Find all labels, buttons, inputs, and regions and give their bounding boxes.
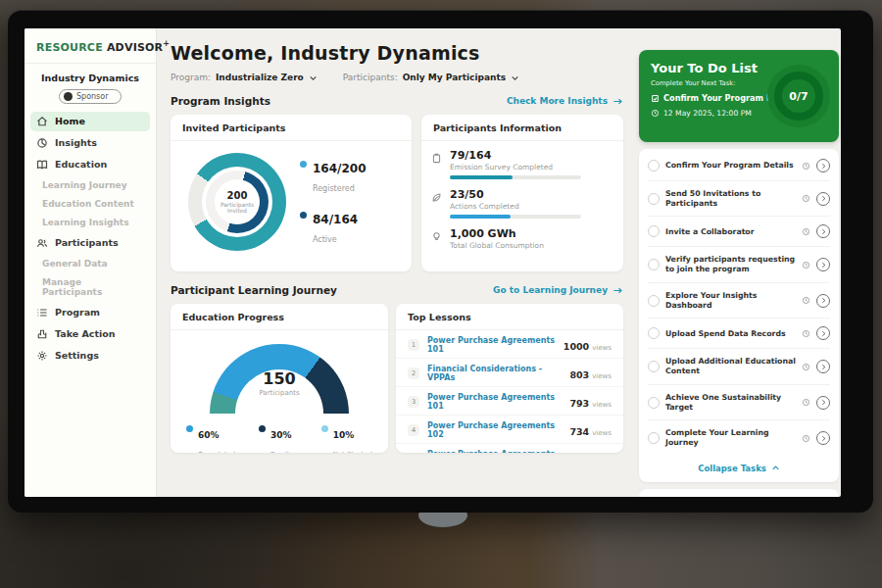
gear-icon <box>36 350 48 362</box>
todo-item[interactable]: Complete Your Learning Journey <box>648 420 830 455</box>
sidebar-item-label: Program <box>55 307 100 318</box>
todo-list-card: Confirm Your Program Details Send 50 Inv… <box>639 149 839 482</box>
home-icon <box>36 116 48 127</box>
clock-icon <box>802 398 810 407</box>
sidebar-item-learning-journey[interactable]: Learning Journey <box>30 176 150 194</box>
chevron-right-icon[interactable] <box>816 224 830 238</box>
lesson-row[interactable]: 1 Power Purchase Agreements 101 1000view… <box>396 330 623 359</box>
progress-bar-fill <box>450 215 511 219</box>
sidebar-item-education[interactable]: Education <box>30 155 150 174</box>
lesson-row[interactable]: 3 Power Purchase Agreements 101 793views <box>396 387 623 416</box>
lesson-row[interactable]: 5 Power Purchase Agreements 103 600views <box>396 444 623 453</box>
people-icon <box>36 237 48 249</box>
progress-bar <box>450 215 581 219</box>
chevron-right-icon[interactable] <box>816 294 830 308</box>
check-more-insights-link[interactable]: Check More Insights <box>507 96 623 107</box>
sidebar-item-home[interactable]: Home <box>30 112 150 131</box>
participants-dropdown[interactable]: Participants: Only My Participants <box>343 73 519 82</box>
lesson-title[interactable]: Power Purchase Agreements 102 <box>427 421 562 439</box>
checkbox-icon[interactable] <box>648 361 660 372</box>
checkbox-icon[interactable] <box>648 160 660 172</box>
lesson-views-suffix: views <box>592 372 612 380</box>
lesson-views-suffix: views <box>592 344 612 352</box>
chevron-right-icon[interactable] <box>816 192 830 206</box>
clock-icon <box>802 434 810 443</box>
lesson-rank: 2 <box>408 368 419 379</box>
sidebar-item-label: Education <box>55 159 107 170</box>
collapse-tasks-link[interactable]: Collapse Tasks <box>648 456 830 478</box>
invited-participants-card: Invited Participants 200 Participants In… <box>171 115 412 271</box>
chevron-right-icon[interactable] <box>816 431 830 445</box>
todo-item[interactable]: Achieve One Sustainability Target <box>648 385 830 420</box>
chevron-right-icon[interactable] <box>816 326 830 340</box>
sidebar-item-label: Settings <box>55 350 99 361</box>
go-to-learning-journey-label: Go to Learning Journey <box>493 285 608 295</box>
legend-not-started: 10% Not Started <box>321 423 372 453</box>
program-dropdown[interactable]: Program: Industrialize Zero <box>171 73 318 82</box>
monitor-bezel: RESOURCE ADVISOR+ Industry Dynamics Spon… <box>8 10 873 513</box>
todo-item[interactable]: Confirm Your Program Details <box>648 151 830 181</box>
clock-icon <box>802 261 810 270</box>
stat-value: 79/164 <box>450 149 581 162</box>
lesson-title[interactable]: Power Purchase Agreements 101 <box>427 336 556 354</box>
lesson-row[interactable]: 4 Power Purchase Agreements 102 734views <box>396 416 623 444</box>
todo-item[interactable]: Verify participants requesting to join t… <box>648 247 830 282</box>
progress-bar <box>450 175 581 179</box>
sidebar-item-learning-insights[interactable]: Learning Insights <box>30 214 150 231</box>
donut-center-value: 200 <box>227 190 248 201</box>
todo-item[interactable]: Upload Additional Educational Content <box>648 349 830 384</box>
program-insights-heading: Program Insights <box>171 95 270 107</box>
sponsor-icon <box>64 92 73 101</box>
program-dropdown-label: Program: <box>171 73 211 82</box>
sidebar-item-education-content[interactable]: Education Content <box>30 195 150 213</box>
sidebar-item-settings[interactable]: Settings <box>30 346 150 366</box>
chevron-right-icon[interactable] <box>816 360 830 373</box>
progress-bar-fill <box>450 175 513 179</box>
sidebar-item-participants[interactable]: Participants <box>30 233 150 253</box>
puzzle-icon <box>36 328 48 340</box>
sidebar-item-insights[interactable]: Insights <box>30 133 150 153</box>
checkbox-icon[interactable] <box>648 193 660 205</box>
sidebar-item-program[interactable]: Program <box>30 303 150 322</box>
go-to-learning-journey-link[interactable]: Go to Learning Journey <box>493 285 623 296</box>
sponsor-badge: Sponsor <box>59 89 122 104</box>
lesson-row[interactable]: 2 Financial Considerations - VPPAs 803vi… <box>396 359 623 387</box>
chevron-right-icon[interactable] <box>816 396 830 410</box>
chevron-right-icon[interactable] <box>816 159 830 172</box>
stat-emission-survey: 79/164 Emission Survey Completed <box>431 149 610 179</box>
todo-item-label: Send 50 Invitations to Participants <box>665 189 796 208</box>
lesson-title[interactable]: Power Purchase Agreements 103 <box>427 450 562 454</box>
clock-icon <box>802 162 810 171</box>
lesson-title[interactable]: Financial Considerations - VPPAs <box>427 365 562 382</box>
chevron-right-icon[interactable] <box>816 258 830 271</box>
stat-label: Total Global Consumption <box>450 241 544 250</box>
lesson-title[interactable]: Power Purchase Agreements 101 <box>427 393 562 411</box>
filter-bar: Program: Industrialize Zero Participants… <box>171 73 623 82</box>
checkbox-icon[interactable] <box>648 327 660 339</box>
sidebar-item-take-action[interactable]: Take Action <box>30 324 150 344</box>
list-icon <box>36 307 48 318</box>
sidebar-item-label: Home <box>55 116 85 126</box>
checkbox-icon[interactable] <box>648 295 660 307</box>
todo-item[interactable]: Explore Your Insights Dashboard <box>648 283 830 318</box>
donut-center-label: Participants Invited <box>218 202 257 214</box>
lesson-rank: 5 <box>408 453 419 454</box>
checkbox-icon[interactable] <box>648 432 660 444</box>
leaf-icon <box>431 192 442 203</box>
donut-legend: 164/200 Registered 84/164 Active <box>300 158 366 246</box>
legend-pending: 30% Pending <box>259 423 298 453</box>
todo-item[interactable]: Invite a Collaborator <box>648 217 830 247</box>
checkbox-icon[interactable] <box>648 397 660 409</box>
todo-item[interactable]: Send 50 Invitations to Participants <box>648 181 830 217</box>
legend-label: Not Started <box>333 451 372 453</box>
checkbox-icon[interactable] <box>648 259 660 270</box>
clock-icon <box>802 194 810 203</box>
clock-icon <box>651 109 660 118</box>
legend-active: 84/164 Active <box>300 209 366 246</box>
sidebar-item-manage-participants[interactable]: Manage Participants <box>30 273 150 301</box>
org-name: Industry Dynamics <box>24 73 156 83</box>
sidebar-item-general-data[interactable]: General Data <box>30 255 150 272</box>
sidebar: RESOURCE ADVISOR+ Industry Dynamics Spon… <box>24 28 157 497</box>
checkbox-icon[interactable] <box>648 225 660 237</box>
todo-item[interactable]: Upload Spend Data Records <box>648 318 830 349</box>
